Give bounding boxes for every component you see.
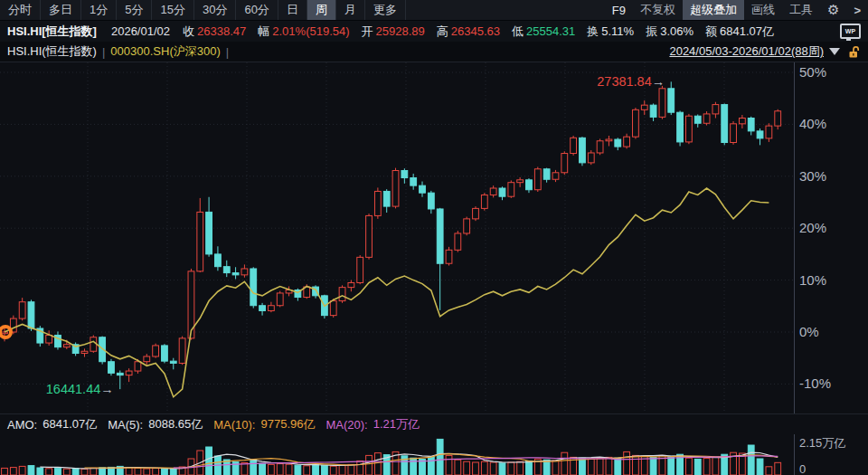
vol-ma10-label: MA(10): (213, 418, 255, 432)
period-tab-time-share[interactable]: 分时 (0, 0, 41, 20)
wp-monitor-icon[interactable]: WP (840, 24, 861, 39)
y-axis-tick: 0% (799, 324, 819, 339)
legend-overlay-symbol[interactable]: 000300.SH(沪深300) (110, 43, 220, 60)
expand-toolbar-button[interactable]: > (846, 0, 868, 20)
high-label: 高 (437, 24, 448, 40)
volume-chart[interactable] (0, 434, 868, 475)
vol-ma10-value: 9775.96亿 (260, 416, 315, 432)
price-annotation: 27381.84→ (597, 74, 665, 89)
dropdown-arrow-icon[interactable] (829, 48, 840, 55)
toolbar: 分时多日1分5分15分30分60分日周月更多 F9不复权超级叠加画线工具 ⚙ > (0, 0, 868, 21)
high-value: 26345.63 (451, 24, 500, 38)
amo-value: 6841.07亿 (42, 416, 97, 432)
change-label: 幅 (258, 24, 269, 40)
period-tab-month[interactable]: 月 (336, 0, 365, 20)
settings-button[interactable]: ⚙ (820, 0, 846, 20)
low-label: 低 (512, 24, 524, 40)
y-axis-tick: 50% (799, 64, 826, 80)
open-value: 25928.89 (376, 24, 425, 38)
main-chart-panel: 50%40%30%20%10%0%-10%27381.84→16441.44→ (0, 62, 868, 413)
y-axis-tick: -10% (799, 375, 831, 391)
period-tab-day[interactable]: 日 (278, 0, 307, 20)
tool-buttons: F9不复权超级叠加画线工具 ⚙ > (605, 0, 868, 20)
tool-button-adjust-mode[interactable]: 不复权 (633, 0, 683, 20)
change-value: 2.01%(519.54) (272, 24, 349, 38)
amo-label: AMO: (7, 418, 37, 432)
stock-chart-app: 分时多日1分5分15分30分60分日周月更多 F9不复权超级叠加画线工具 ⚙ >… (0, 0, 868, 475)
period-tab-15min[interactable]: 15分 (152, 0, 193, 20)
volume-ma5-line (40, 452, 778, 469)
turnover-value: 5.11% (601, 24, 634, 38)
unlocked-padlock-icon[interactable] (847, 45, 861, 59)
y-axis-tick: 30% (799, 168, 826, 184)
right-tools: F9不复权超级叠加画线工具 (605, 0, 820, 20)
y-axis-tick: 20% (799, 220, 826, 235)
period-tab-multi-day[interactable]: 多日 (41, 0, 81, 20)
legend-separator-2: | (226, 45, 229, 59)
tool-button-f9[interactable]: F9 (605, 0, 633, 20)
date-range-selector[interactable]: 2024/05/03-2026/01/02(88周) (669, 43, 824, 60)
y-axis-tick: 40% (799, 116, 826, 131)
main-grid (0, 62, 794, 413)
tool-button-super-overlay[interactable]: 超级叠加 (683, 0, 744, 20)
turnover-label: 换 (587, 24, 599, 40)
overlay-line-csi300 (5, 188, 769, 397)
low-value: 25554.31 (526, 24, 575, 38)
chevron-right-icon: > (854, 4, 861, 17)
legend-row: HSI.HI(恒生指数) | 000300.SH(沪深300) | 2024/0… (0, 42, 868, 62)
period-tab-week[interactable]: 周 (307, 0, 336, 20)
quote-date: 2026/01/02 (111, 24, 170, 38)
tool-button-draw-line[interactable]: 画线 (744, 0, 782, 20)
vol-ma5-value: 8088.65亿 (148, 416, 203, 432)
quote-strip: HSI.HI[恒生指数] 2026/01/02 收 26338.47 幅 2.0… (0, 21, 868, 42)
amount-label: 额 (705, 24, 717, 40)
amplitude-value: 3.06% (660, 24, 693, 38)
period-tab-more[interactable]: 更多 (365, 0, 406, 20)
open-label: 开 (362, 24, 373, 40)
legend-separator: | (102, 45, 105, 59)
volume-axis-min: 0 (799, 462, 806, 475)
candlestick-chart[interactable]: 50%40%30%20%10%0%-10%27381.84→16441.44→ (0, 62, 868, 413)
period-tab-1min[interactable]: 1分 (81, 0, 117, 20)
volume-axis-max: 2.15万亿 (799, 435, 845, 451)
legend-primary-symbol: HSI.HI(恒生指数) (7, 43, 97, 60)
period-tab-30min[interactable]: 30分 (194, 0, 236, 20)
close-label: 收 (183, 24, 194, 40)
tool-button-tools[interactable]: 工具 (782, 0, 820, 20)
amount-value: 6841.07亿 (720, 24, 774, 40)
amplitude-label: 振 (646, 24, 657, 40)
period-tabs: 分时多日1分5分15分30分60分日周月更多 (0, 0, 406, 20)
y-axis-tick: 10% (799, 272, 826, 288)
vol-ma5-label: MA(5): (108, 418, 143, 432)
vol-ma20-value: 1.21万亿 (373, 416, 420, 432)
price-annotation: 16441.44→ (46, 382, 114, 396)
vol-ma20-label: MA(20): (326, 418, 367, 432)
gear-icon: ⚙ (827, 2, 839, 18)
close-value: 26338.47 (197, 24, 246, 38)
volume-panel: 2.15万亿 0 (0, 434, 868, 475)
candles (2, 81, 781, 389)
period-tab-60min[interactable]: 60分 (236, 0, 278, 20)
volume-indicator-row: AMO: 6841.07亿 MA(5): 8088.65亿 MA(10): 97… (0, 413, 868, 434)
symbol-name[interactable]: HSI.HI[恒生指数] (7, 24, 97, 40)
period-tab-5min[interactable]: 5分 (117, 0, 152, 20)
